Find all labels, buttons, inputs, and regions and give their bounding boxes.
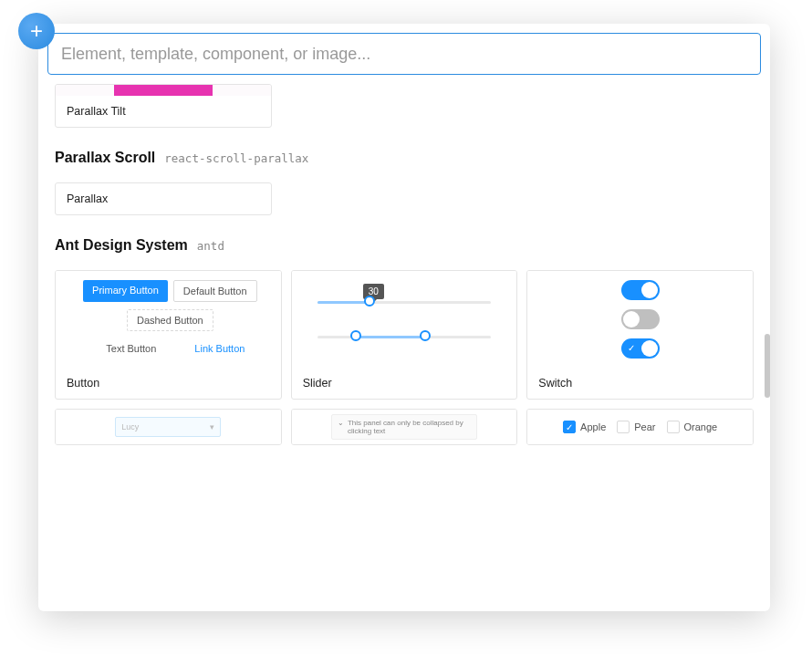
section-title: Ant Design System xyxy=(55,237,188,254)
search-wrap xyxy=(38,24,770,84)
insert-panel: Parallax Tilt Parallax Scroll react-scro… xyxy=(38,24,770,611)
section-title: Parallax Scroll xyxy=(55,150,155,166)
checkbox-apple: ✓ Apple xyxy=(563,421,606,433)
switch-checked: ✓ xyxy=(621,338,660,359)
card-grid: Primary Button Default Button Dashed But… xyxy=(55,270,754,445)
card-preview: ⌄ This panel can only be collapsed by cl… xyxy=(292,410,517,444)
checkbox-icon xyxy=(617,421,630,433)
card-label: Parallax Tilt xyxy=(56,96,271,127)
switch-on xyxy=(621,280,660,300)
select-value: Lucy xyxy=(121,422,139,431)
default-button-sample: Default Button xyxy=(173,280,257,302)
card-parallax[interactable]: PARALLAX Parallax xyxy=(55,182,272,215)
check-icon: ✓ xyxy=(628,343,635,353)
scrollbar[interactable] xyxy=(765,334,770,398)
card-preview: Lucy ▾ xyxy=(56,410,281,444)
checkbox-icon: ✓ xyxy=(563,421,576,433)
card-label: Button xyxy=(56,368,281,399)
checkbox-icon xyxy=(667,421,680,433)
collapse-panel: ⌄ This panel can only be collapsed by cl… xyxy=(331,414,477,440)
dashed-button-sample: Dashed Button xyxy=(127,309,213,331)
checkbox-pear: Pear xyxy=(617,421,655,433)
switch-off xyxy=(621,309,660,329)
chevron-down-icon: ▾ xyxy=(210,422,214,431)
primary-button-sample: Primary Button xyxy=(83,280,168,302)
card-label: Parallax xyxy=(56,183,271,214)
card-slider[interactable]: 30 Slider xyxy=(291,270,518,400)
section-header-parallax-scroll: Parallax Scroll react-scroll-parallax xyxy=(55,150,754,166)
card-parallax-tilt[interactable]: Parallax Tilt xyxy=(55,84,272,128)
collapse-text: This panel can only be collapsed by clic… xyxy=(348,419,471,435)
card-preview: Primary Button Default Button Dashed But… xyxy=(56,271,281,368)
checkbox-label: Apple xyxy=(580,421,606,432)
section-package: react-scroll-parallax xyxy=(164,151,308,165)
slider-handle xyxy=(350,330,361,341)
card-preview: ✓ xyxy=(527,271,753,368)
checkbox-label: Pear xyxy=(634,421,655,432)
card-button[interactable]: Primary Button Default Button Dashed But… xyxy=(55,270,282,400)
card-switch[interactable]: ✓ Switch xyxy=(526,270,754,400)
slider-handle xyxy=(364,296,375,307)
text-button-sample: Text Button xyxy=(97,338,165,359)
slider-track-2 xyxy=(318,332,491,341)
checkbox-label: Orange xyxy=(684,421,718,432)
card-preview: 30 xyxy=(292,271,517,368)
card-label: Slider xyxy=(292,368,517,399)
card-checkbox[interactable]: ✓ Apple Pear Orange xyxy=(526,409,754,445)
card-preview: ✓ Apple Pear Orange xyxy=(527,410,753,444)
select-box: Lucy ▾ xyxy=(115,417,221,437)
tilt-shape xyxy=(114,85,213,96)
checkbox-orange: Orange xyxy=(667,421,718,433)
slider-track-1 xyxy=(318,297,491,307)
card-preview xyxy=(56,85,271,96)
card-select[interactable]: Lucy ▾ xyxy=(55,409,282,445)
panel-content[interactable]: Parallax Tilt Parallax Scroll react-scro… xyxy=(38,84,770,611)
search-input[interactable] xyxy=(47,33,761,75)
slider-handle xyxy=(420,330,431,341)
section-package: antd xyxy=(197,239,224,253)
card-collapse[interactable]: ⌄ This panel can only be collapsed by cl… xyxy=(291,409,518,445)
chevron-down-icon: ⌄ xyxy=(338,419,344,427)
link-button-sample: Link Button xyxy=(185,338,254,359)
section-header-antd: Ant Design System antd xyxy=(55,237,754,254)
add-button[interactable]: + xyxy=(18,13,55,49)
plus-icon: + xyxy=(30,18,43,44)
card-label: Switch xyxy=(527,368,753,399)
